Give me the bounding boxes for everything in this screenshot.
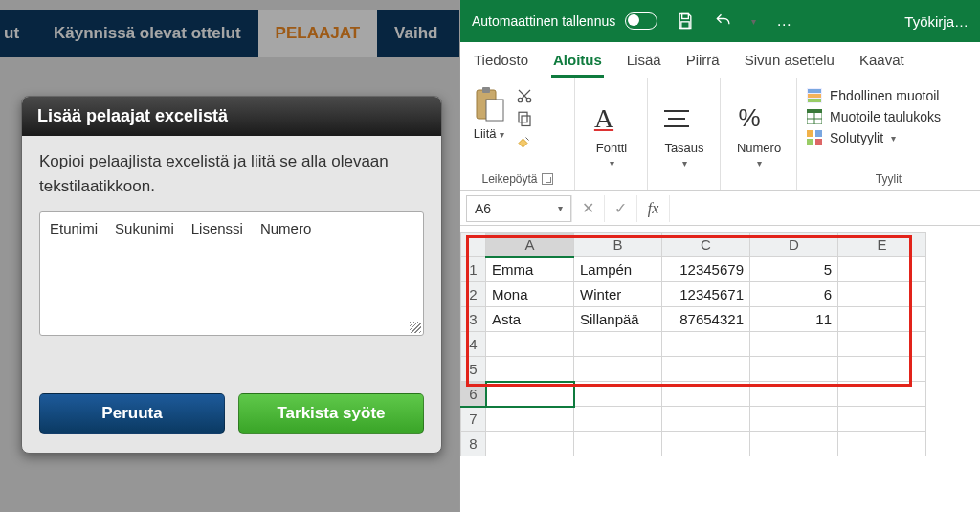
col-header[interactable]: C	[662, 233, 750, 257]
col-header[interactable]: A	[486, 233, 574, 257]
excel-titlebar: Automaattinen tallennus ▾ … Työkirja…	[460, 0, 980, 42]
autosave-toggle[interactable]	[625, 12, 657, 30]
cell[interactable]	[750, 382, 838, 407]
autosave-label: Automaattinen tallennus	[472, 13, 615, 29]
svg-rect-13	[808, 89, 821, 93]
cell[interactable]	[574, 382, 662, 407]
cell[interactable]	[750, 407, 838, 432]
paste-textarea[interactable]: Etunimi Sukunimi Lisenssi Numero	[39, 211, 424, 336]
svg-rect-15	[808, 99, 821, 102]
row-header[interactable]: 6	[461, 382, 486, 407]
cell[interactable]: Winter	[574, 282, 662, 307]
save-icon[interactable]	[675, 11, 696, 32]
row-header[interactable]: 5	[461, 357, 486, 382]
cell[interactable]	[838, 432, 926, 456]
paste-button[interactable]: Liitä ▾	[470, 84, 508, 141]
ph-last: Sukunimi	[115, 220, 174, 236]
cell[interactable]	[838, 307, 926, 332]
undo-dropdown[interactable]: ▾	[751, 16, 756, 27]
font-group-button[interactable]: A Fontti▾	[585, 99, 638, 169]
tab-formulas[interactable]: Kaavat	[858, 44, 906, 78]
cell[interactable]	[838, 332, 926, 357]
cell[interactable]	[750, 357, 838, 382]
svg-rect-20	[807, 130, 813, 137]
row-header[interactable]: 8	[461, 432, 486, 456]
svg-rect-4	[486, 100, 503, 121]
cell[interactable]	[750, 432, 838, 456]
cell[interactable]: Asta	[486, 307, 574, 332]
cell[interactable]: 87654321	[662, 307, 750, 332]
row-header[interactable]: 2	[461, 282, 486, 307]
formula-cancel-icon[interactable]: ✕	[571, 195, 604, 222]
cell[interactable]	[574, 332, 662, 357]
tab-insert[interactable]: Lisää	[625, 44, 663, 78]
cell[interactable]	[662, 407, 750, 432]
cell[interactable]	[838, 282, 926, 307]
row-header[interactable]: 1	[461, 257, 486, 282]
formula-input[interactable]	[669, 195, 980, 222]
cell[interactable]	[486, 407, 574, 432]
cell[interactable]	[750, 332, 838, 357]
svg-rect-7	[522, 116, 530, 126]
spreadsheet-grid[interactable]: A B C D E 1EmmaLampén123456795 2MonaWint…	[460, 226, 980, 456]
cell[interactable]: Emma	[486, 257, 574, 282]
cut-icon[interactable]	[514, 86, 535, 105]
cell[interactable]: Mona	[486, 282, 574, 307]
name-box[interactable]: A6▾	[466, 195, 571, 222]
dialog-instruction: Kopioi pelaajlista excelistä ja liitä se…	[39, 149, 424, 198]
cell[interactable]	[574, 357, 662, 382]
format-as-table-button[interactable]: Muotoile taulukoks	[807, 109, 970, 124]
tab-file[interactable]: Tiedosto	[472, 44, 530, 78]
cell[interactable]	[838, 407, 926, 432]
cell[interactable]: 12345679	[662, 257, 750, 282]
row-header[interactable]: 3	[461, 307, 486, 332]
cell[interactable]	[838, 357, 926, 382]
cell[interactable]	[486, 332, 574, 357]
svg-rect-3	[482, 87, 490, 93]
tab-home[interactable]: Aloitus	[551, 44, 604, 78]
tab-layout[interactable]: Sivun asettelu	[743, 44, 836, 78]
clipboard-group-label: Leikepöytä	[481, 172, 537, 186]
cell[interactable]	[662, 332, 750, 357]
overflow-icon[interactable]: …	[773, 11, 794, 32]
cell[interactable]	[486, 432, 574, 456]
col-header[interactable]: D	[750, 233, 838, 257]
cell[interactable]: Sillanpää	[574, 307, 662, 332]
row-header[interactable]: 4	[461, 332, 486, 357]
ribbon-tabs: Tiedosto Aloitus Lisää Piirrä Sivun aset…	[460, 42, 980, 78]
cell[interactable]: 5	[750, 257, 838, 282]
number-group-button[interactable]: % Numero▾	[730, 99, 788, 169]
copy-icon[interactable]	[514, 109, 535, 128]
tab-draw[interactable]: Piirrä	[684, 44, 722, 78]
cell[interactable]: 6	[750, 282, 838, 307]
col-header[interactable]: B	[574, 233, 662, 257]
cell[interactable]	[574, 432, 662, 456]
undo-icon[interactable]	[713, 11, 734, 32]
cell[interactable]	[662, 432, 750, 456]
cancel-button[interactable]: Peruuta	[39, 393, 225, 434]
select-all-corner[interactable]	[461, 233, 486, 257]
cell[interactable]	[838, 257, 926, 282]
cell[interactable]: 11	[750, 307, 838, 332]
svg-rect-22	[807, 139, 813, 145]
insert-function-icon[interactable]: fx	[636, 195, 669, 222]
cell[interactable]	[486, 357, 574, 382]
row-header[interactable]: 7	[461, 407, 486, 432]
clipboard-dialog-launcher[interactable]	[542, 173, 553, 185]
cell[interactable]: 12345671	[662, 282, 750, 307]
col-header[interactable]: E	[838, 233, 926, 257]
check-input-button[interactable]: Tarkista syöte	[238, 393, 424, 434]
format-painter-icon[interactable]	[514, 132, 535, 151]
formula-accept-icon[interactable]: ✓	[604, 195, 636, 222]
cell[interactable]	[662, 357, 750, 382]
cell[interactable]	[662, 382, 750, 407]
cell[interactable]: Lampén	[574, 257, 662, 282]
cell-styles-button[interactable]: Solutyylit ▾	[807, 130, 970, 145]
active-cell[interactable]	[486, 382, 574, 407]
alignment-group-button[interactable]: Tasaus▾	[657, 99, 711, 169]
dialog-title: Lisää pelaajat excelistä	[22, 97, 441, 136]
cell[interactable]	[574, 407, 662, 432]
textarea-resize-handle[interactable]	[410, 322, 421, 333]
cell[interactable]	[838, 382, 926, 407]
conditional-formatting-button[interactable]: Ehdollinen muotoil	[807, 88, 970, 103]
